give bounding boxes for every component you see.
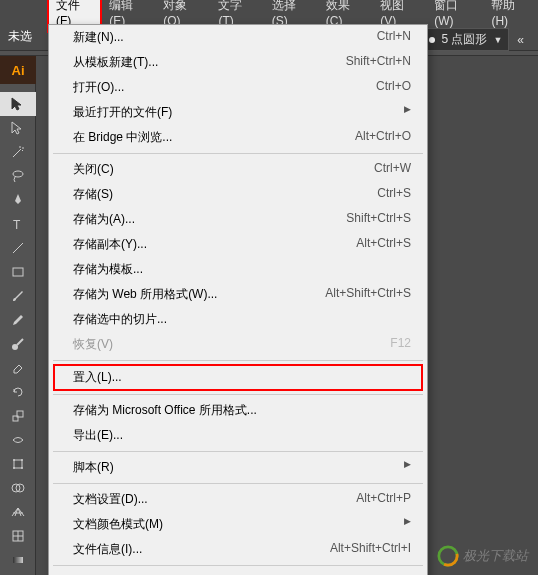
menu-item: 恢复(V)F12 [49,332,427,357]
menu-item-label: 存储为 Microsoft Office 所用格式... [73,402,411,419]
chevron-right-icon: ▶ [404,516,411,533]
svg-rect-17 [13,557,23,563]
svg-point-9 [21,459,23,461]
eraser-tool[interactable] [0,356,36,380]
menu-item[interactable]: 最近打开的文件(F)▶ [49,100,427,125]
stroke-preset-label: 5 点圆形 [441,31,487,48]
menu-help[interactable]: 帮助(H) [483,0,538,32]
selection-tool[interactable] [0,92,36,116]
menu-item[interactable]: 存储为(A)...Shift+Ctrl+S [49,207,427,232]
menu-item[interactable]: 新建(N)...Ctrl+N [49,25,427,50]
menu-item[interactable]: 打开(O)...Ctrl+O [49,75,427,100]
menu-separator [53,153,423,154]
menu-separator [53,565,423,566]
line-tool[interactable] [0,236,36,260]
panel-collapse-icon[interactable]: « [513,31,528,49]
menu-item[interactable]: 在 Bridge 中浏览...Alt+Ctrl+O [49,125,427,150]
watermark-text: 极光下载站 [463,547,528,565]
chevron-right-icon: ▶ [404,104,411,121]
menu-shortcut: Ctrl+W [374,161,411,178]
menu-shortcut: F12 [390,336,411,353]
ai-logo: Ai [0,56,36,84]
menu-separator [53,360,423,361]
menu-item[interactable]: 导出(E)... [49,423,427,448]
chevron-down-icon: ▼ [493,35,502,45]
svg-point-8 [13,459,15,461]
menu-shortcut: Alt+Ctrl+S [356,236,411,253]
menu-item[interactable]: 存储(S)Ctrl+S [49,182,427,207]
scale-tool[interactable] [0,404,36,428]
menu-separator [53,394,423,395]
gradient-tool[interactable] [0,548,36,572]
pencil-tool[interactable] [0,308,36,332]
svg-point-10 [13,467,15,469]
perspective-grid-tool[interactable] [0,500,36,524]
blob-brush-tool[interactable] [0,332,36,356]
type-tool[interactable]: T [0,212,36,236]
menu-item[interactable]: 文档设置(D)...Alt+Ctrl+P [49,487,427,512]
menu-item[interactable]: 置入(L)... [53,364,423,391]
menu-shortcut: Ctrl+S [377,186,411,203]
rectangle-tool[interactable] [0,260,36,284]
svg-point-11 [21,467,23,469]
free-transform-tool[interactable] [0,452,36,476]
menubar: 文件(F) 编辑(E) 对象(O) 文字(T) 选择(S) 效果(C) 视图(V… [0,0,538,24]
menu-item-label: 置入(L)... [73,369,411,386]
menu-item-label: 导出(E)... [73,427,411,444]
menu-item[interactable]: 文件信息(I)...Alt+Shift+Ctrl+I [49,537,427,562]
direct-selection-tool[interactable] [0,116,36,140]
menu-item[interactable]: 存储为 Microsoft Office 所用格式... [49,398,427,423]
svg-line-2 [13,243,23,253]
svg-rect-7 [14,460,22,468]
mesh-tool[interactable] [0,524,36,548]
menu-item-label: 从模板新建(T)... [73,54,346,71]
menu-item-label: 打开(O)... [73,79,376,96]
menu-item[interactable]: 存储为 Web 所用格式(W)...Alt+Shift+Ctrl+S [49,282,427,307]
menu-item[interactable]: 打印(P)...Ctrl+P [49,569,427,575]
menu-shortcut: Alt+Shift+Ctrl+I [330,541,411,558]
paintbrush-tool[interactable] [0,284,36,308]
menu-item[interactable]: 存储选中的切片... [49,307,427,332]
svg-text:T: T [13,218,21,232]
menu-shortcut: Shift+Ctrl+S [346,211,411,228]
menu-shortcut: Alt+Ctrl+O [355,129,411,146]
chevron-right-icon: ▶ [404,459,411,476]
shape-builder-tool[interactable] [0,476,36,500]
menu-item-label: 新建(N)... [73,29,377,46]
menu-item-label: 文档设置(D)... [73,491,356,508]
watermark-icon [437,545,459,567]
selection-status: 未选 [8,28,32,45]
lasso-tool[interactable] [0,164,36,188]
menu-separator [53,483,423,484]
menu-item[interactable]: 存储副本(Y)...Alt+Ctrl+S [49,232,427,257]
pen-tool[interactable] [0,188,36,212]
menu-item-label: 在 Bridge 中浏览... [73,129,355,146]
svg-point-0 [13,171,23,177]
menu-item[interactable]: 存储为模板... [49,257,427,282]
menu-item-label: 存储副本(Y)... [73,236,356,253]
toolbox: AiT [0,56,36,575]
menu-separator [53,451,423,452]
stroke-preset-select[interactable]: 5 点圆形 ▼ [422,28,509,51]
width-tool[interactable] [0,428,36,452]
rotate-tool[interactable] [0,380,36,404]
menu-item[interactable]: 关闭(C)Ctrl+W [49,157,427,182]
menu-item-label: 文件信息(I)... [73,541,330,558]
menu-item-label: 存储为模板... [73,261,411,278]
magic-wand-tool[interactable] [0,140,36,164]
menu-shortcut: Ctrl+N [377,29,411,46]
menu-shortcut: Alt+Ctrl+P [356,491,411,508]
stroke-preview-dot [429,37,435,43]
menu-item[interactable]: 从模板新建(T)...Shift+Ctrl+N [49,50,427,75]
menu-shortcut: Shift+Ctrl+N [346,54,411,71]
stroke-controls: 5 点圆形 ▼ « [422,28,528,51]
menu-shortcut: Ctrl+O [376,79,411,96]
menu-item-label: 存储为(A)... [73,211,346,228]
menu-item-label: 文档颜色模式(M) [73,516,404,533]
menu-item-label: 最近打开的文件(F) [73,104,404,121]
file-menu-dropdown: 新建(N)...Ctrl+N从模板新建(T)...Shift+Ctrl+N打开(… [48,24,428,575]
menu-item[interactable]: 脚本(R)▶ [49,455,427,480]
menu-item[interactable]: 文档颜色模式(M)▶ [49,512,427,537]
menu-item-label: 脚本(R) [73,459,404,476]
menu-window[interactable]: 窗口(W) [426,0,483,32]
